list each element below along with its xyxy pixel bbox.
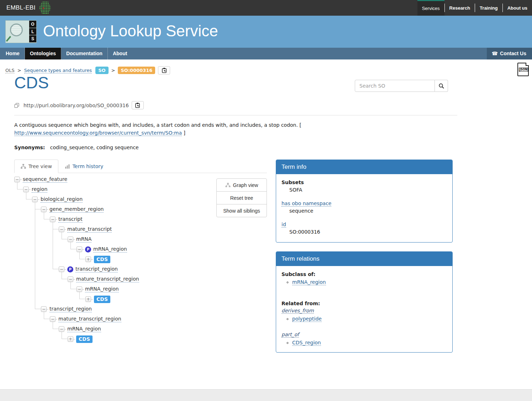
collapse-icon[interactable]: − [68, 276, 73, 282]
description-text: A contiguous sequence which begins with,… [14, 122, 301, 128]
tree-node-current-term[interactable]: CDS [76, 335, 93, 343]
masthead-nav-about-us[interactable]: About us [503, 0, 532, 16]
copy-link-icon [14, 103, 19, 108]
graph-view-button[interactable]: Graph view [216, 178, 267, 192]
tree-node-dash [64, 269, 66, 270]
copy-term-id-button[interactable] [158, 66, 170, 74]
tree-node-link[interactable]: mRNA_region [93, 246, 127, 252]
search-input[interactable] [355, 80, 435, 92]
tree-node: −mature_transcript [59, 224, 112, 234]
part-of-link[interactable]: part_of [281, 332, 299, 338]
description-source-link[interactable]: http://www.sequenceontology.org/browser/… [14, 130, 182, 136]
collapse-icon[interactable]: − [41, 306, 47, 312]
tab-tree-view[interactable]: Tree view [14, 160, 58, 173]
collapse-icon[interactable]: − [23, 187, 29, 192]
tree-connector-line [70, 282, 71, 289]
term-iri-link[interactable]: http://purl.obolibrary.org/obo/SO_000031… [23, 103, 129, 108]
tree-node-link[interactable]: transcript_region [75, 266, 118, 272]
tree-node-link[interactable]: mature_transcript_region [76, 276, 139, 282]
tree-node-link[interactable]: sequence_feature [23, 176, 67, 183]
tree-connector-line [71, 249, 77, 249]
tree-node: −gene_member_region [41, 204, 104, 214]
magnifier-sketch-icon [6, 21, 29, 43]
breadcrumb-ontology-link[interactable]: Sequence types and features [24, 68, 92, 73]
collapse-icon[interactable]: − [32, 197, 38, 202]
tree-node-link[interactable]: mature_transcript [67, 226, 112, 233]
tree-node-link[interactable]: mature_transcript_region [58, 316, 121, 322]
subclass-term-link[interactable]: mRNA_region [292, 279, 326, 285]
tree-connector-line [26, 199, 32, 199]
contact-us-link[interactable]: ☎Contact Us [487, 48, 532, 59]
tree-connector-line [62, 279, 68, 279]
tree-node-current-term[interactable]: CDS [94, 296, 110, 303]
collapse-icon[interactable]: − [41, 207, 47, 212]
tree-node: −sequence_feature [14, 175, 67, 184]
related-term-link[interactable]: CDS_region [292, 340, 321, 346]
collapse-icon[interactable]: − [77, 286, 82, 292]
ontology-badge[interactable]: SO [95, 67, 108, 74]
collapse-icon[interactable]: − [50, 217, 56, 222]
tree-actions: Graph view Reset tree Show all siblings [216, 178, 267, 217]
tab-term-history[interactable]: Term history [58, 160, 110, 173]
term-relations-panel: Term relations Subclass of: mRNA_region … [276, 251, 453, 353]
tree-node-current-term[interactable]: CDS [94, 256, 110, 263]
has-obo-namespace-link[interactable]: has obo namespace [281, 200, 331, 207]
collapse-icon[interactable]: − [59, 266, 64, 272]
tree-node: −PmRNA_region [77, 244, 127, 254]
collapse-icon[interactable]: − [59, 226, 64, 232]
show-all-siblings-button[interactable]: Show all siblings [216, 204, 267, 217]
tree-node-link[interactable]: mRNA_region [85, 286, 119, 292]
tree-node-link[interactable]: transcript [58, 216, 83, 223]
collapse-icon[interactable]: − [77, 246, 82, 252]
related-term-link[interactable]: polypeptide [292, 316, 322, 322]
masthead-nav-training[interactable]: Training [475, 0, 502, 16]
tree-node-dash [47, 309, 48, 309]
expand-icon[interactable]: + [68, 336, 73, 342]
tree-node-link[interactable]: mRNA [76, 236, 91, 243]
nav-home[interactable]: Home [1, 48, 25, 59]
collapse-icon[interactable]: − [68, 236, 73, 242]
ols-logo[interactable]: O L S [5, 20, 37, 43]
search-button[interactable] [435, 80, 448, 92]
masthead-nav-research[interactable]: Research [445, 0, 475, 16]
tree-node-link[interactable]: transcript_region [49, 306, 92, 312]
masthead-nav-services[interactable]: Services [417, 0, 444, 16]
tree-node-link[interactable]: gene_member_region [49, 206, 104, 213]
nav-documentation[interactable]: Documentation [61, 48, 108, 59]
tree-node: +CDS [85, 294, 110, 304]
expand-icon[interactable]: + [85, 296, 91, 302]
breadcrumb-ols-link[interactable]: OLS [5, 68, 15, 73]
term-id-badge[interactable]: SO:0000316 [118, 67, 155, 74]
tree-connector-line [17, 182, 17, 189]
derives-from-link[interactable]: derives_from [281, 308, 314, 314]
tree-connector-line [44, 212, 44, 219]
graph-view-label: Graph view [233, 182, 258, 188]
json-download-icon[interactable]: JSON [517, 63, 529, 76]
nav-about[interactable]: About [108, 48, 132, 59]
nav-ontologies[interactable]: Ontologies [25, 48, 61, 59]
tree-connector-line [35, 309, 41, 309]
collapse-icon[interactable]: − [59, 326, 64, 332]
expand-icon[interactable]: + [85, 256, 91, 262]
reset-tree-button[interactable]: Reset tree [216, 191, 267, 204]
breadcrumb-separator: > [111, 68, 115, 73]
id-link[interactable]: id [281, 222, 286, 228]
copy-iri-button[interactable] [132, 101, 144, 109]
tree-node-dash [38, 199, 39, 200]
collapse-icon[interactable]: − [50, 316, 56, 322]
list-item: mRNA_region [292, 279, 447, 285]
tree-node-dash [82, 249, 84, 250]
term-relations-body: Subclass of: mRNA_region Related from: d… [276, 266, 452, 352]
tree-node: −mature_transcript_region [68, 274, 139, 284]
tree-node-link[interactable]: biological_region [41, 196, 83, 203]
tree-node-link[interactable]: mRNA_region [67, 326, 101, 332]
embl-ebi-logo[interactable]: EMBL-EBI [6, 1, 51, 15]
search-group [355, 80, 448, 92]
page-title: Ontology Lookup Service [43, 22, 218, 40]
tree-node: −region [23, 184, 47, 194]
collapse-icon[interactable]: − [14, 177, 20, 182]
tree-connector-line [53, 269, 59, 269]
tree-node-dash [91, 259, 93, 260]
search-icon [438, 83, 444, 89]
tree-node-link[interactable]: region [32, 186, 47, 193]
